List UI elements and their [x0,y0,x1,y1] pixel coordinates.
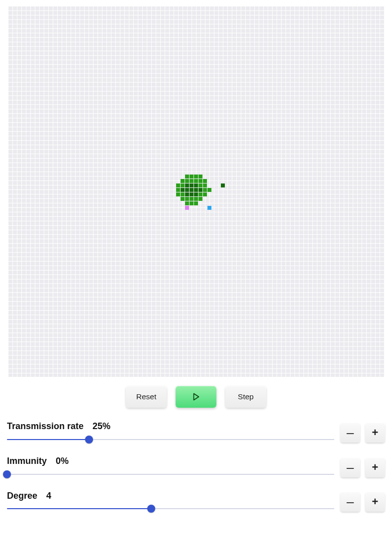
grid-cell [198,175,202,179]
immunity-stepper: – + [340,457,385,477]
param-degree: Degree 4 – + [7,491,385,513]
sim-controls: Reset Step [4,386,388,408]
grid-cell [194,175,198,179]
slider-thumb[interactable] [147,505,155,513]
slider-track [7,474,334,475]
grid-cell [221,183,225,187]
grid-cell [203,183,207,187]
simulation-grid[interactable] [7,5,385,378]
grid-cell [198,183,202,187]
immunity-decrement-button[interactable]: – [340,457,360,477]
grid-cell [190,192,194,196]
immunity-increment-button[interactable]: + [365,457,385,477]
slider-thumb[interactable] [85,436,93,444]
grid-cell [194,197,198,201]
play-icon [192,392,200,401]
param-transmission: Transmission rate 25% – + [7,422,385,444]
grid-cell [203,188,207,192]
grid-cell [203,179,207,183]
grid-cell [185,197,189,201]
degree-decrement-button[interactable]: – [340,492,360,512]
grid-cell [185,188,189,192]
grid-cell [190,197,194,201]
immunity-value: 0% [56,456,69,466]
degree-label: Degree [7,491,37,501]
grid-cell [176,183,180,187]
transmission-increment-button[interactable]: + [365,423,385,443]
degree-stepper: – + [340,492,385,512]
grid-cell [181,197,185,201]
reset-button[interactable]: Reset [126,386,167,408]
immunity-label: Immunity [7,456,47,466]
grid-cell [185,201,189,205]
transmission-stepper: – + [340,423,385,443]
app-root: Reset Step Transmission rate 25% [0,0,392,531]
grid-cell [181,179,185,183]
step-button[interactable]: Step [225,386,266,408]
grid-cell [194,192,198,196]
grid-cell [190,175,194,179]
grid-cell [198,192,202,196]
transmission-value: 25% [93,422,110,432]
grid-cell [198,197,202,201]
grid-cell [190,188,194,192]
degree-value: 4 [46,491,51,501]
grid-cell [185,175,189,179]
grid-cell [198,188,202,192]
grid-cell [185,179,189,183]
slider-thumb[interactable] [3,470,11,478]
parameters-panel: Transmission rate 25% – + Immunity 0% [4,422,388,513]
grid-cell [185,206,189,210]
grid-cell [194,188,198,192]
degree-slider[interactable] [7,505,334,513]
grid-cell [185,183,189,187]
grid-cell [198,179,202,183]
grid-cell [203,192,207,196]
grid-cell [207,188,211,192]
grid-cell [176,188,180,192]
transmission-decrement-button[interactable]: – [340,423,360,443]
immunity-slider[interactable] [7,470,334,478]
grid-cells-layer [8,6,384,377]
grid-cell [181,192,185,196]
grid-cell [190,179,194,183]
transmission-label: Transmission rate [7,422,84,432]
slider-fill [7,439,89,440]
grid-cell [194,179,198,183]
grid-cell [181,183,185,187]
transmission-slider[interactable] [7,436,334,444]
slider-fill [7,508,151,509]
grid-cell [194,201,198,205]
grid-cell [176,192,180,196]
grid-cell [207,206,211,210]
param-immunity: Immunity 0% – + [7,456,385,478]
grid-cell [190,201,194,205]
grid-cell [185,192,189,196]
play-button[interactable] [176,386,216,408]
degree-increment-button[interactable]: + [365,492,385,512]
grid-cell [190,183,194,187]
grid-cell [181,188,185,192]
grid-cell [194,183,198,187]
